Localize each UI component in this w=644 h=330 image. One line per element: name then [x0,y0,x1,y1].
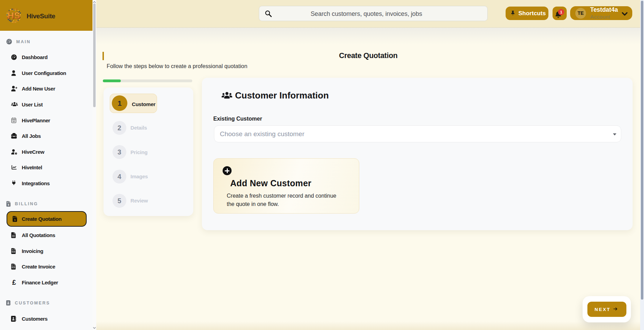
svg-text:HS: HS [8,10,20,21]
svg-text:$: $ [8,204,9,206]
